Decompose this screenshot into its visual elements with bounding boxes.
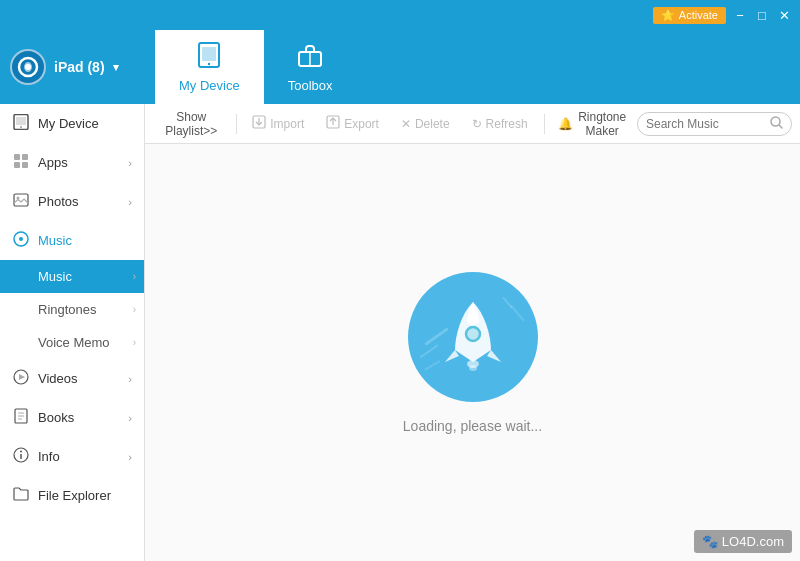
maximize-button[interactable]: □ bbox=[754, 7, 770, 23]
sidebar-item-file-explorer[interactable]: File Explorer bbox=[0, 476, 144, 515]
photos-icon bbox=[12, 192, 30, 211]
videos-chevron-icon: › bbox=[128, 373, 132, 385]
svg-point-33 bbox=[466, 327, 480, 341]
watermark-icon: 🐾 bbox=[702, 534, 718, 549]
sidebar-books-label: Books bbox=[38, 410, 74, 425]
minimize-button[interactable]: − bbox=[732, 7, 748, 23]
voice-memo-sub-label: Voice Memo bbox=[38, 335, 110, 350]
main-area: My Device Apps › Ph bbox=[0, 104, 800, 561]
my-device-tab-icon bbox=[196, 42, 222, 74]
watermark-text: LO4D.com bbox=[722, 534, 784, 549]
export-icon bbox=[326, 115, 340, 132]
import-label: Import bbox=[270, 117, 304, 131]
export-button[interactable]: Export bbox=[316, 110, 389, 137]
search-icon bbox=[770, 115, 783, 133]
rocket-graphic bbox=[408, 272, 538, 402]
music-sub-label: Music bbox=[38, 269, 72, 284]
svg-rect-8 bbox=[16, 117, 26, 125]
sidebar-apps-label: Apps bbox=[38, 155, 68, 170]
refresh-icon: ↻ bbox=[472, 117, 482, 131]
svg-point-17 bbox=[19, 237, 23, 241]
title-bar: ⭐ Activate − □ ✕ bbox=[0, 0, 800, 30]
sidebar-item-music[interactable]: Music bbox=[0, 221, 144, 260]
nav-bar: iPad (8) ▾ My Device Toolbox bbox=[0, 30, 800, 104]
info-chevron-icon: › bbox=[128, 451, 132, 463]
sidebar-item-info[interactable]: Info › bbox=[0, 437, 144, 476]
toolbox-tab-icon bbox=[297, 42, 323, 74]
loading-area: Loading, please wait... bbox=[145, 144, 800, 561]
svg-line-32 bbox=[779, 125, 782, 128]
svg-rect-11 bbox=[22, 154, 28, 160]
sidebar-my-device-label: My Device bbox=[38, 116, 99, 131]
svg-point-26 bbox=[20, 451, 22, 453]
svg-rect-13 bbox=[22, 162, 28, 168]
loading-text: Loading, please wait... bbox=[403, 418, 542, 434]
content-panel: Show Playlist>> Import bbox=[145, 104, 800, 561]
sidebar-info-label: Info bbox=[38, 449, 60, 464]
sidebar-sub-item-voice-memo[interactable]: Voice Memo › bbox=[0, 326, 144, 359]
toolbar: Show Playlist>> Import bbox=[145, 104, 800, 144]
ringtone-maker-label: Ringtone Maker bbox=[577, 110, 627, 138]
delete-label: Delete bbox=[415, 117, 450, 131]
svg-point-35 bbox=[469, 365, 477, 371]
sidebar-item-books[interactable]: Books › bbox=[0, 398, 144, 437]
svg-rect-3 bbox=[202, 47, 216, 61]
toolbox-tab-label: Toolbox bbox=[288, 78, 333, 93]
nav-tabs: My Device Toolbox bbox=[155, 30, 357, 104]
music-sub-chevron: › bbox=[133, 271, 136, 282]
refresh-label: Refresh bbox=[486, 117, 528, 131]
logo-area: iPad (8) ▾ bbox=[10, 49, 155, 85]
activate-label: Activate bbox=[679, 9, 718, 21]
toolbar-divider-2 bbox=[544, 114, 545, 134]
svg-marker-19 bbox=[19, 374, 25, 380]
sidebar-item-videos[interactable]: Videos › bbox=[0, 359, 144, 398]
sidebar-item-my-device[interactable]: My Device bbox=[0, 104, 144, 143]
voice-memo-sub-chevron: › bbox=[133, 337, 136, 348]
ringtone-maker-icon: 🔔 bbox=[558, 117, 573, 131]
ringtones-sub-chevron: › bbox=[133, 304, 136, 315]
svg-point-1 bbox=[25, 64, 31, 70]
device-dropdown-icon[interactable]: ▾ bbox=[113, 61, 119, 74]
delete-button[interactable]: ✕ Delete bbox=[391, 112, 460, 136]
sidebar-item-photos[interactable]: Photos › bbox=[0, 182, 144, 221]
app-logo bbox=[10, 49, 46, 85]
close-button[interactable]: ✕ bbox=[776, 7, 792, 23]
toolbar-divider-1 bbox=[236, 114, 237, 134]
sidebar-music-label: Music bbox=[38, 233, 72, 248]
activate-button[interactable]: ⭐ Activate bbox=[653, 7, 726, 24]
sidebar: My Device Apps › Ph bbox=[0, 104, 145, 561]
photos-chevron-icon: › bbox=[128, 196, 132, 208]
svg-point-4 bbox=[208, 62, 210, 64]
search-input[interactable] bbox=[646, 117, 766, 131]
export-label: Export bbox=[344, 117, 379, 131]
file-explorer-icon bbox=[12, 486, 30, 505]
svg-rect-12 bbox=[14, 162, 20, 168]
import-icon bbox=[252, 115, 266, 132]
sidebar-sub-item-music[interactable]: Music › bbox=[0, 260, 144, 293]
import-button[interactable]: Import bbox=[242, 110, 314, 137]
sidebar-photos-label: Photos bbox=[38, 194, 78, 209]
music-icon bbox=[12, 231, 30, 250]
books-icon bbox=[12, 408, 30, 427]
tab-toolbox[interactable]: Toolbox bbox=[264, 30, 357, 104]
my-device-icon bbox=[12, 114, 30, 133]
svg-rect-10 bbox=[14, 154, 20, 160]
watermark: 🐾 LO4D.com bbox=[694, 530, 792, 553]
sidebar-item-apps[interactable]: Apps › bbox=[0, 143, 144, 182]
activate-icon: ⭐ bbox=[661, 9, 675, 22]
sidebar-file-explorer-label: File Explorer bbox=[38, 488, 111, 503]
show-playlist-button[interactable]: Show Playlist>> bbox=[153, 105, 230, 143]
refresh-button[interactable]: ↻ Refresh bbox=[462, 112, 538, 136]
my-device-tab-label: My Device bbox=[179, 78, 240, 93]
apps-icon bbox=[12, 153, 30, 172]
delete-icon: ✕ bbox=[401, 117, 411, 131]
books-chevron-icon: › bbox=[128, 412, 132, 424]
sidebar-sub-item-ringtones[interactable]: Ringtones › bbox=[0, 293, 144, 326]
ringtones-sub-label: Ringtones bbox=[38, 302, 97, 317]
device-name: iPad (8) bbox=[54, 59, 105, 75]
sidebar-videos-label: Videos bbox=[38, 371, 78, 386]
apps-chevron-icon: › bbox=[128, 157, 132, 169]
ringtone-maker-button[interactable]: 🔔 Ringtone Maker bbox=[550, 105, 635, 143]
tab-my-device[interactable]: My Device bbox=[155, 30, 264, 104]
videos-icon bbox=[12, 369, 30, 388]
